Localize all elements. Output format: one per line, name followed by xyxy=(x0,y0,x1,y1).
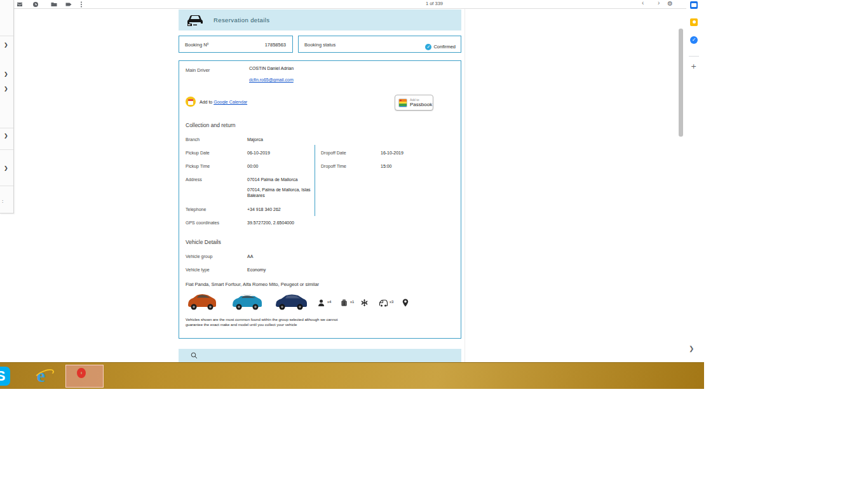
add-addon-icon[interactable]: + xyxy=(691,62,696,71)
windows-taskbar: S e ENG 14:50 xyxy=(0,362,704,389)
luggage-count: x1 xyxy=(350,300,354,304)
vehicle-type-value: Economy xyxy=(247,268,266,272)
vehicle-details-title: Vehicle Details xyxy=(186,239,221,245)
vehicle-group-value: AA xyxy=(247,254,253,259)
booking-status-value: Confirmed xyxy=(433,44,456,50)
left-collapsed-panel: ❯ ❯ ❯ ❯ ❯ : xyxy=(0,0,14,214)
snooze-icon[interactable] xyxy=(32,1,39,8)
main-driver-label: Main Driver xyxy=(186,67,210,73)
internet-explorer-icon[interactable]: e xyxy=(34,365,56,386)
divider xyxy=(0,149,13,150)
desktop: 1 of 339 ‹ › ⚙ ❯ ❯ ❯ ❯ ❯ : Reserv xyxy=(0,0,868,488)
opera-icon[interactable] xyxy=(65,365,104,388)
booking-number-box: Booking Nº 17858563 xyxy=(179,36,293,53)
next-section-header xyxy=(179,349,461,362)
calendar-icon[interactable] xyxy=(690,1,698,9)
booking-status-box: Booking status ✓Confirmed xyxy=(298,36,461,53)
column-divider xyxy=(315,145,315,216)
pickup-time-label: Pickup Time xyxy=(186,164,210,168)
gps-label: GPS coordinates xyxy=(186,220,219,225)
divider xyxy=(0,186,13,186)
aircon-icon xyxy=(360,298,369,309)
mail-icon[interactable] xyxy=(16,1,24,8)
vehicle-type-label: Vehicle type xyxy=(186,268,210,272)
confirmed-check-icon: ✓ xyxy=(425,44,431,50)
branch-value: Majorca xyxy=(247,137,263,142)
folder-icon[interactable] xyxy=(50,1,58,8)
prev-icon[interactable]: ‹ xyxy=(642,0,644,6)
chevron-right-icon[interactable]: ❯ xyxy=(4,71,8,77)
reservation-details-box: Main Driver COSTIN Daniel Adrian dcfin.r… xyxy=(179,60,461,339)
side-panel: ✓ + xyxy=(686,0,704,362)
gps-icon xyxy=(402,298,409,309)
keep-icon[interactable] xyxy=(690,18,698,26)
doors-count: x3 xyxy=(390,300,393,304)
dropoff-date-value: 16-10-2019 xyxy=(381,151,403,155)
vehicle-group-label: Vehicle group xyxy=(186,254,212,259)
telephone-value: +34 918 340 262 xyxy=(247,207,281,212)
reservation-header: Reservation details xyxy=(179,10,461,30)
address-value: 07014 Palma de Mallorca xyxy=(247,177,297,182)
more-options-icon[interactable] xyxy=(78,1,85,8)
doors-icon xyxy=(379,298,388,309)
address-label: Address xyxy=(186,177,202,182)
booking-number-label: Booking Nº xyxy=(185,42,208,48)
divider xyxy=(0,128,13,128)
pane-divider xyxy=(465,9,465,362)
label-icon[interactable] xyxy=(65,1,72,8)
passengers-count: x4 xyxy=(327,300,331,304)
skype-icon[interactable]: S xyxy=(0,367,10,386)
chevron-right-icon[interactable]: ❯ xyxy=(4,165,8,171)
google-calendar-link[interactable]: Google Calendar xyxy=(214,100,247,104)
telephone-label: Telephone xyxy=(186,207,206,212)
main-driver-name: COSTIN Daniel Adrian xyxy=(249,66,294,71)
dropoff-time-label: Dropoff Time xyxy=(321,164,346,168)
car-image-hatchback-blue xyxy=(273,292,309,313)
passbook-icon xyxy=(398,98,407,107)
dropoff-time-value: 15:00 xyxy=(381,164,392,168)
divider xyxy=(689,56,699,57)
pickup-time-value: 00:00 xyxy=(247,164,259,168)
driver-email-link[interactable]: dcfin.ro65@gmail.com xyxy=(249,78,294,82)
collection-return-title: Collection and return xyxy=(186,122,235,128)
page-indicator: 1 of 339 xyxy=(426,1,443,6)
settings-icon[interactable]: ⚙ xyxy=(667,0,673,7)
vehicle-disclaimer: Vehicles shown are the most common found… xyxy=(186,318,352,327)
chevron-right-icon[interactable]: ❯ xyxy=(4,42,8,48)
magnifier-icon xyxy=(191,352,198,359)
branch-label: Branch xyxy=(186,137,200,142)
pickup-date-value: 06-10-2019 xyxy=(247,151,270,155)
gps-value: 39.5727200, 2.6504000 xyxy=(247,220,294,225)
car-icon xyxy=(186,13,204,29)
chevron-right-icon[interactable]: ❯ xyxy=(4,133,8,139)
page-title: Reservation details xyxy=(214,17,269,24)
booking-number-value: 17858563 xyxy=(265,42,286,48)
collapse-panel-icon[interactable]: ❯ xyxy=(689,345,694,352)
add-to-passbook-button[interactable]: Add to Passbook xyxy=(395,95,433,111)
left-panel-item[interactable]: : xyxy=(2,198,3,204)
dropoff-date-label: Dropoff Date xyxy=(321,151,346,155)
add-to-calendar-row: Add to Google Calendar xyxy=(200,100,247,104)
vehicle-models: Fiat Panda, Smart Forfour, Alfa Romeo Mi… xyxy=(186,281,319,287)
divider xyxy=(0,36,13,36)
pickup-date-label: Pickup Date xyxy=(186,151,210,155)
address-value-2: 07014, Palma de Mallorca, Islas Baleares xyxy=(247,187,311,198)
car-image-smart-forfour xyxy=(229,292,265,313)
email-toolbar: 1 of 339 ‹ › ⚙ xyxy=(0,0,686,9)
tasks-icon[interactable]: ✓ xyxy=(690,36,698,44)
google-calendar-icon xyxy=(186,97,196,107)
chevron-right-icon[interactable]: ❯ xyxy=(4,86,8,92)
car-image-fiat-panda xyxy=(185,292,219,313)
next-icon[interactable]: › xyxy=(658,0,660,6)
passengers-icon xyxy=(318,298,325,309)
luggage-icon xyxy=(341,298,348,309)
booking-status-label: Booking status xyxy=(304,42,336,48)
vertical-scrollbar[interactable] xyxy=(679,29,683,137)
